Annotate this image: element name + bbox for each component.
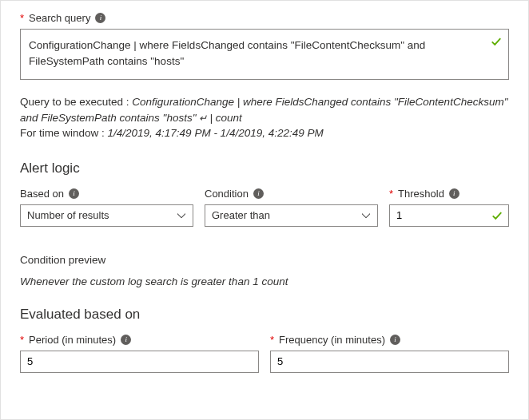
frequency-label: * Frequency (in minutes) i bbox=[270, 334, 509, 346]
alert-logic-row: Based on i Number of results Condition i… bbox=[20, 188, 509, 227]
chevron-down-icon bbox=[361, 212, 371, 219]
condition-label-text: Condition bbox=[205, 188, 249, 200]
search-query-input-wrap: ConfigurationChange | where FieldsChange… bbox=[20, 29, 509, 80]
search-query-label: * Search query i bbox=[20, 12, 509, 24]
condition-select-value: Greater than bbox=[212, 209, 270, 221]
frequency-field: * Frequency (in minutes) i bbox=[270, 334, 509, 373]
threshold-field: * Threshold i bbox=[389, 188, 509, 227]
info-icon[interactable]: i bbox=[121, 335, 131, 345]
info-icon[interactable]: i bbox=[449, 188, 459, 199]
frequency-input[interactable] bbox=[270, 351, 509, 373]
info-icon[interactable]: i bbox=[390, 335, 400, 345]
frequency-label-text: Frequency (in minutes) bbox=[279, 334, 385, 346]
alert-configuration-panel: * Search query i ConfigurationChange | w… bbox=[0, 0, 529, 420]
required-asterisk: * bbox=[389, 188, 393, 200]
condition-preview-text: Whenever the custom log search is greate… bbox=[20, 275, 509, 287]
condition-label: Condition i bbox=[205, 188, 378, 200]
threshold-label: * Threshold i bbox=[389, 188, 509, 200]
info-icon[interactable]: i bbox=[69, 188, 79, 199]
required-asterisk: * bbox=[270, 334, 274, 346]
based-on-label-text: Based on bbox=[20, 188, 64, 200]
based-on-select[interactable]: Number of results bbox=[20, 204, 193, 227]
evaluated-row: * Period (in minutes) i * Frequency (in … bbox=[20, 334, 509, 373]
time-window-value: 1/4/2019, 4:17:49 PM - 1/4/2019, 4:22:49… bbox=[108, 127, 324, 139]
based-on-select-value: Number of results bbox=[27, 209, 109, 221]
query-meta-line-1: Query to be executed : ConfigurationChan… bbox=[20, 94, 509, 125]
based-on-label: Based on i bbox=[20, 188, 193, 200]
query-meta-prefix: Query to be executed : bbox=[20, 96, 132, 108]
period-label-text: Period (in minutes) bbox=[29, 334, 116, 346]
query-meta-block: Query to be executed : ConfigurationChan… bbox=[20, 94, 509, 141]
info-icon[interactable]: i bbox=[95, 13, 105, 23]
search-query-input[interactable]: ConfigurationChange | where FieldsChange… bbox=[29, 38, 484, 71]
based-on-field: Based on i Number of results bbox=[20, 188, 193, 227]
time-window-prefix: For time window : bbox=[20, 127, 108, 139]
alert-logic-heading: Alert logic bbox=[20, 160, 509, 176]
required-asterisk: * bbox=[20, 12, 24, 24]
check-icon bbox=[491, 210, 503, 221]
period-field: * Period (in minutes) i bbox=[20, 334, 259, 373]
return-icon: ↵ bbox=[199, 113, 209, 124]
query-meta-italic-suffix: | count bbox=[210, 112, 242, 124]
threshold-label-text: Threshold bbox=[398, 188, 444, 200]
condition-preview-label: Condition preview bbox=[20, 254, 509, 266]
period-input-wrap bbox=[20, 351, 259, 373]
info-icon[interactable]: i bbox=[253, 188, 264, 199]
chevron-down-icon bbox=[177, 212, 186, 219]
threshold-input-wrap bbox=[389, 204, 509, 227]
condition-select[interactable]: Greater than bbox=[205, 204, 378, 227]
evaluated-heading: Evaluated based on bbox=[20, 307, 509, 323]
period-input[interactable] bbox=[20, 351, 259, 373]
frequency-input-wrap bbox=[270, 351, 509, 373]
check-icon bbox=[491, 36, 502, 47]
condition-field: Condition i Greater than bbox=[205, 188, 378, 227]
required-asterisk: * bbox=[20, 334, 24, 346]
query-meta-line-2: For time window : 1/4/2019, 4:17:49 PM -… bbox=[20, 125, 509, 141]
period-label: * Period (in minutes) i bbox=[20, 334, 259, 346]
search-query-label-text: Search query bbox=[29, 12, 90, 24]
